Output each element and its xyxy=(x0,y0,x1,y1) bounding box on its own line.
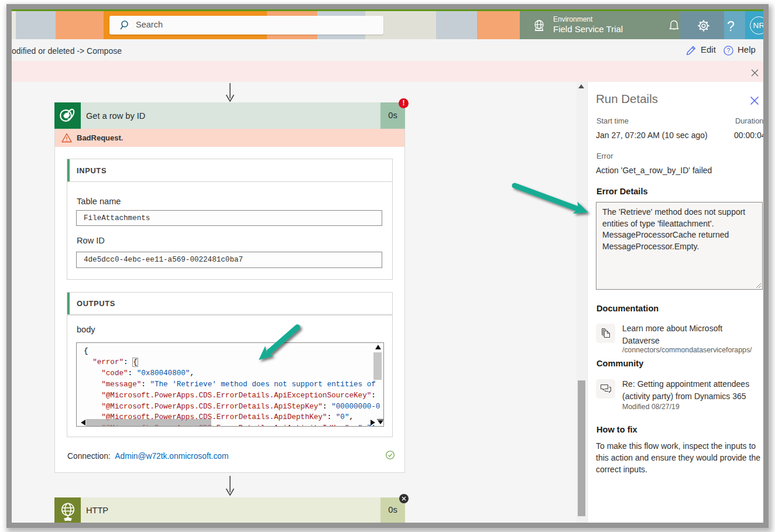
svg-text:?: ? xyxy=(727,47,731,54)
